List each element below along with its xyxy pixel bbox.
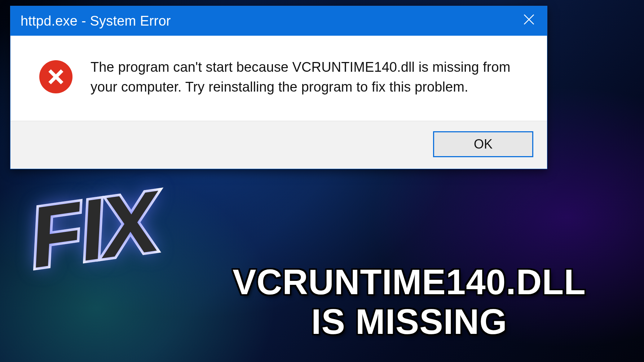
dialog-body: The program can't start because VCRUNTIM… [10,36,547,121]
titlebar[interactable]: httpd.exe - System Error [10,6,547,36]
ok-button[interactable]: OK [433,131,533,157]
overlay-caption-line2: IS MISSING [191,302,627,342]
dialog-footer: OK [10,121,547,169]
close-icon [522,13,536,30]
ok-button-label: OK [474,137,493,152]
overlay-caption-line1: VCRUNTIME140.DLL [191,262,627,302]
close-button[interactable] [511,6,547,36]
overlay-caption: VCRUNTIME140.DLL IS MISSING [191,262,627,342]
system-error-dialog: httpd.exe - System Error The program can… [10,6,547,169]
error-icon [39,59,73,94]
overlay-fix-label: FIX [23,172,163,287]
error-message: The program can't start because VCRUNTIM… [91,57,525,97]
window-title: httpd.exe - System Error [21,13,171,29]
